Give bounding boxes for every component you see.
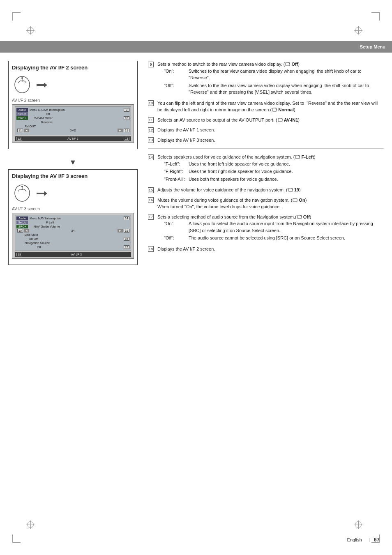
entry-17-indent: "On": Allows you to select the audio sou…: [157, 220, 384, 242]
entry-number-17: 17: [148, 214, 154, 220]
footer: English | 67: [0, 537, 392, 543]
entry-text-13: Displays the AV I/F 3 screen.: [157, 137, 384, 144]
crosshair-br: [355, 521, 362, 528]
mock-row-s2-3: SRC+ NAV Guide Volume: [16, 225, 129, 228]
entry-number-16: 16: [148, 197, 154, 203]
screen-label-1: AV I/F 2 screen: [12, 98, 134, 103]
down-arrow: ▼: [8, 156, 138, 169]
mock-nav-18: 18: [16, 253, 22, 256]
svg-point-7: [21, 186, 23, 187]
mock-num-15a: 15: [17, 229, 23, 233]
arrow-right-1: [36, 83, 48, 88]
arrow-right-2: [36, 191, 48, 196]
mock-num-11a: 11: [17, 129, 23, 132]
screen-label-2: AV I/F 3 screen: [12, 207, 134, 211]
mock-num-17: 17: [124, 245, 129, 249]
device-icon-area-2: [12, 182, 134, 204]
mock-row-5: AV-OUT: [16, 124, 129, 128]
divider: [148, 148, 384, 149]
entry-text-15: Adjusts the volume for voice guidance of…: [157, 187, 384, 193]
entry-14: 14 Selects speakers used for voice guida…: [148, 154, 384, 183]
entry-15: 15 Adjusts the volume for voice guidance…: [148, 187, 384, 193]
device-icon-area-1: [12, 74, 134, 96]
mock-screen-avif3: Audio Menu NAV Interruption 14 SetUp F-L…: [12, 213, 134, 259]
entry-9: 9 Sets a method to switch to the rear vi…: [148, 61, 384, 97]
mock-nav-13: 13: [124, 137, 129, 140]
entry-13: 13 Displays the AV I/F 3 screen.: [148, 137, 384, 144]
section-avif2-title: Displaying the AV I/F 2 screen: [12, 64, 134, 71]
crosshair-tr: [355, 27, 362, 34]
crosshair-tl: [27, 27, 34, 34]
edit-icon-15: [288, 187, 294, 193]
corner-mark-tl: [12, 12, 21, 21]
edit-icon-10: [272, 107, 278, 113]
footer-page: 67: [374, 537, 380, 543]
mock-bottom-bar-2: 18 AV I/F 3: [15, 252, 131, 257]
mock-num-9: 9: [124, 108, 129, 112]
device-icon-2: [12, 184, 32, 203]
mock-num-15b: 15: [124, 229, 129, 233]
down-arrow-icon: ▼: [69, 158, 77, 166]
entry-number-9: 9: [148, 62, 154, 67]
header-title: Setup Menu: [360, 44, 385, 49]
entry-text-14: Selects speakers used for voice guidance…: [157, 154, 384, 183]
edit-icon-14: [295, 154, 301, 160]
entry-18: 18 Displays the AV I/F 2 screen.: [148, 246, 384, 253]
entry-number-18: 18: [148, 246, 154, 252]
mock-row-s2-7: Navigation Source: [16, 241, 129, 245]
mock-label-setup-2: SetUp: [16, 221, 28, 224]
mock-label-setup: SetUp: [16, 112, 28, 116]
entry-text-11: Selects an AV source to be output at the…: [157, 117, 384, 124]
mock-screen-inner-1: Audio Menu R-CAM Interruption 9 SetUp Of…: [15, 106, 131, 135]
entry-12: 12 Displays the AV I/F 1 screen.: [148, 127, 384, 134]
left-column: Displaying the AV I/F 2 screen: [8, 61, 144, 514]
mock-num-16: 16: [124, 237, 129, 241]
mock-btn-left: ◄: [24, 129, 29, 132]
edit-icon-11: [278, 117, 284, 123]
entry-number-13: 13: [148, 137, 154, 143]
footer-separator: |: [369, 537, 371, 542]
svg-rect-3: [37, 84, 44, 86]
entry-14-indent: "F-Left": Uses the front left side speak…: [157, 161, 384, 183]
corner-mark-tr: [371, 12, 380, 21]
mock-row-s2-1: Audio Menu NAV Interruption 14: [16, 216, 129, 220]
mock-row-4: Reverse: [16, 120, 129, 124]
mock-row-1: Audio Menu R-CAM Interruption 9: [16, 108, 129, 112]
svg-marker-9: [44, 191, 47, 196]
mock-row-s2-4: 15 ◄ 34 ► 15: [16, 229, 129, 233]
crosshair-bl: [27, 521, 34, 528]
mock-btn-right-2: ►: [118, 229, 123, 233]
entry-10: 10 You can flip the left and right of th…: [148, 100, 384, 113]
entry-text-12: Displays the AV I/F 1 screen.: [157, 127, 384, 134]
mock-label-src-2: SRC+: [16, 225, 28, 228]
entry-text-10: You can flip the left and right of the r…: [157, 100, 384, 113]
entry-number-12: 12: [148, 127, 154, 133]
mock-nav-12: 12: [16, 137, 22, 140]
entry-text-16: Mutes the volume during voice guidance o…: [157, 197, 384, 210]
edit-icon-16: [293, 198, 298, 203]
mock-row-s2-2: SetUp F-Left: [16, 221, 129, 224]
footer-language: English: [347, 537, 362, 542]
mock-row-s2-6: On Off 16: [16, 237, 129, 241]
mock-row-2: SetUp Off: [16, 112, 129, 116]
mock-screen-avif2: Audio Menu R-CAM Interruption 9 SetUp Of…: [12, 104, 134, 143]
mock-num-14: 14: [124, 216, 129, 220]
device-icon-1: [12, 76, 32, 94]
mock-bottom-bar-1: 12 AV I/F 2 13: [15, 136, 131, 141]
mock-screen-inner-2: Audio Menu NAV Interruption 14 SetUp F-L…: [15, 215, 131, 251]
entry-9-indent: "On": Switches to the rear view camera v…: [157, 68, 384, 96]
main-content: Displaying the AV I/F 2 screen: [0, 53, 392, 522]
entry-number-10: 10: [148, 100, 154, 106]
mock-num-10: 10: [124, 116, 129, 120]
edit-icon-17: [297, 214, 303, 220]
mock-label-audio: Audio: [16, 108, 28, 112]
right-column: 9 Sets a method to switch to the rear vi…: [144, 61, 384, 514]
mock-btn-left-2: ◄: [24, 229, 29, 233]
entry-number-14: 14: [148, 154, 154, 160]
header-bar: Setup Menu: [0, 41, 392, 53]
mock-row-3: SRC+ R-CAM Mirror 10: [16, 116, 129, 120]
section-avif3: Displaying the AV I/F 3 screen: [8, 169, 138, 265]
mock-label-src: SRC+: [16, 116, 28, 120]
entry-11: 11 Selects an AV source to be output at …: [148, 117, 384, 124]
svg-point-2: [21, 77, 23, 79]
